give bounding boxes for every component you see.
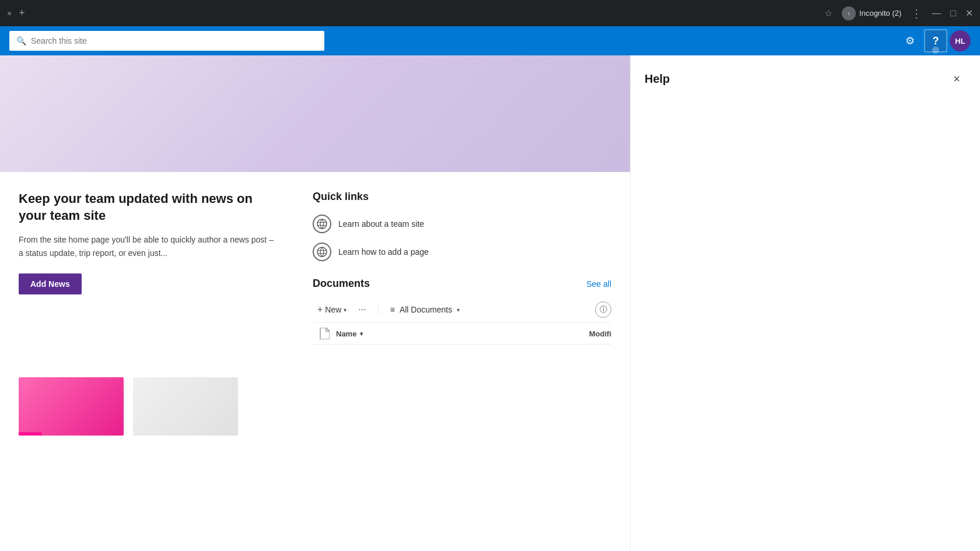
globe-icon-1 [313, 215, 331, 233]
page-content: Keep your team updated with news on your… [0, 55, 630, 551]
body-section: Keep your team updated with news on your… [0, 172, 630, 363]
quick-link-label-2: Learn how to add a page [338, 247, 429, 257]
window-maximize-button[interactable]: □ [950, 8, 956, 19]
main-content: Keep your team updated with news on your… [0, 55, 980, 551]
settings-button[interactable]: ⚙ [898, 29, 922, 52]
help-header: Help × [645, 69, 966, 88]
thumbnail-card-2 [133, 377, 238, 436]
account-icon: I [842, 6, 856, 20]
help-button[interactable]: ? [924, 29, 947, 52]
quick-links-title: Quick links [313, 191, 611, 203]
search-box[interactable]: 🔍 [9, 31, 324, 51]
bottom-thumbnails [0, 368, 630, 445]
docs-table-header: Name ▾ Modifi [313, 323, 611, 345]
more-button[interactable]: ··· [354, 302, 370, 317]
search-input[interactable] [31, 36, 317, 45]
browser-account[interactable]: I Incognito (2) [842, 6, 901, 20]
info-button[interactable]: ⓘ [595, 301, 611, 318]
view-icon: ≡ [390, 305, 395, 314]
new-tab-icon[interactable]: + [19, 7, 25, 19]
search-icon: 🔍 [16, 36, 26, 45]
svg-point-3 [317, 247, 327, 257]
new-label: New [325, 305, 341, 314]
window-minimize-button[interactable]: — [932, 8, 941, 19]
browser-chrome: × + ☆ I Incognito (2) ⋮ — □ ✕ [0, 0, 980, 26]
svg-text:I: I [848, 11, 849, 16]
svg-point-2 [317, 219, 327, 229]
team-description: From the site home page you'll be able t… [19, 233, 280, 259]
file-type-icon [313, 328, 336, 339]
documents-header: Documents See all [313, 278, 611, 290]
view-label: All Documents [400, 305, 452, 314]
view-selector[interactable]: ≡ All Documents ▾ [386, 303, 464, 317]
quick-link-label-1: Learn about a team site [338, 219, 424, 229]
toolbar-divider [378, 304, 379, 315]
user-initials: HL [955, 37, 965, 45]
browser-menu-icon[interactable]: ⋮ [911, 6, 922, 20]
bookmark-button[interactable]: ☆ [824, 8, 832, 19]
cursor-glow [932, 47, 939, 54]
sharepoint-header: 🔍 ⚙ ? HL [0, 26, 980, 55]
help-panel: Help × [630, 55, 980, 551]
add-news-button[interactable]: Add News [19, 273, 82, 294]
documents-title: Documents [313, 278, 370, 290]
name-column-header[interactable]: Name ▾ [336, 329, 363, 338]
view-chevron-icon: ▾ [457, 307, 460, 313]
name-label: Name [336, 329, 356, 338]
window-close-button[interactable]: ✕ [965, 8, 973, 19]
left-column: Keep your team updated with news on your… [0, 172, 303, 363]
thumbnail-card-1 [19, 377, 124, 436]
docs-toolbar: + New ▾ ··· ≡ All Documents ▾ ⓘ [313, 297, 611, 323]
hero-section [0, 55, 630, 172]
see-all-link[interactable]: See all [586, 279, 611, 289]
header-right: ⚙ ? HL [898, 29, 971, 52]
help-icon: ? [933, 35, 939, 47]
account-label: Incognito (2) [859, 9, 901, 17]
plus-icon: + [317, 304, 323, 315]
team-heading: Keep your team updated with news on your… [19, 191, 280, 224]
tab-close-icon[interactable]: × [7, 9, 12, 18]
modified-column-header[interactable]: Modifi [589, 329, 611, 338]
user-avatar[interactable]: HL [950, 30, 971, 51]
quick-link-item-2[interactable]: Learn how to add a page [313, 243, 611, 261]
settings-icon: ⚙ [905, 34, 915, 47]
right-column: Quick links Learn about a team site Lear… [303, 172, 630, 363]
browser-controls: ☆ I Incognito (2) ⋮ — □ ✕ [824, 6, 973, 20]
help-close-button[interactable]: × [947, 69, 966, 88]
name-sort-icon: ▾ [360, 331, 363, 337]
help-title: Help [645, 72, 670, 86]
globe-icon-2 [313, 243, 331, 261]
new-button[interactable]: + New ▾ [313, 302, 351, 317]
documents-section: Documents See all + New ▾ ··· ≡ [313, 278, 611, 345]
new-chevron-icon: ▾ [344, 307, 346, 313]
quick-link-item-1[interactable]: Learn about a team site [313, 215, 611, 233]
